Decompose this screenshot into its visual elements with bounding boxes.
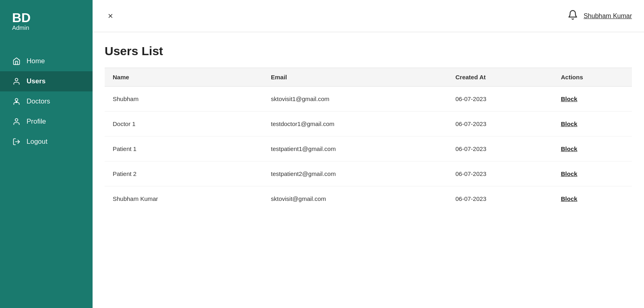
topbar-left: × [105, 9, 116, 23]
cell-name: Shubham [105, 87, 263, 112]
col-header-name: Name [105, 68, 263, 87]
cell-email: testpatient2@gmail.com [263, 161, 448, 186]
sidebar: BD Admin Home Users [0, 0, 93, 308]
user-icon [12, 77, 21, 86]
cell-name: Doctor 1 [105, 112, 263, 136]
block-button[interactable]: Block [561, 95, 578, 102]
cell-email: sktovisit1@gmail.com [263, 87, 448, 112]
table-row: Doctor 1 testdoctor1@gmail.com 06-07-202… [105, 112, 632, 136]
svg-point-1 [15, 99, 18, 101]
cell-email: sktovisit@gmail.com [263, 186, 448, 211]
sidebar-item-users-label: Users [27, 77, 45, 85]
sidebar-nav: Home Users Doctors [0, 51, 93, 152]
sidebar-item-profile[interactable]: Profile [0, 112, 93, 132]
block-button[interactable]: Block [561, 195, 578, 202]
cell-actions: Block [553, 186, 632, 211]
page-title: Users List [105, 44, 632, 58]
cell-actions: Block [553, 161, 632, 186]
cell-created-at: 06-07-2023 [448, 161, 553, 186]
doctor-icon [12, 97, 21, 106]
sidebar-item-logout-label: Logout [27, 138, 47, 146]
col-header-email: Email [263, 68, 448, 87]
sidebar-item-home-label: Home [27, 57, 45, 65]
table-row: Patient 2 testpatient2@gmail.com 06-07-2… [105, 161, 632, 186]
cell-actions: Block [553, 87, 632, 112]
topbar: × Shubham Kumar [93, 0, 644, 32]
cell-email: testdoctor1@gmail.com [263, 112, 448, 136]
sidebar-item-users[interactable]: Users [0, 71, 93, 91]
block-button[interactable]: Block [561, 170, 578, 177]
cell-created-at: 06-07-2023 [448, 87, 553, 112]
logo-sub: Admin [12, 24, 80, 31]
sidebar-item-logout[interactable]: Logout [0, 132, 93, 152]
cell-actions: Block [553, 136, 632, 161]
cell-name: Patient 2 [105, 161, 263, 186]
table-row: Patient 1 testpatient1@gmail.com 06-07-2… [105, 136, 632, 161]
col-header-actions: Actions [553, 68, 632, 87]
notification-icon[interactable] [568, 10, 578, 23]
content-area: Users List Name Email Created At Actions… [93, 32, 644, 308]
sidebar-item-home[interactable]: Home [0, 51, 93, 71]
cell-created-at: 06-07-2023 [448, 136, 553, 161]
table-body: Shubham sktovisit1@gmail.com 06-07-2023 … [105, 87, 632, 211]
profile-icon [12, 117, 21, 126]
block-button[interactable]: Block [561, 145, 578, 152]
logout-icon [12, 137, 21, 146]
users-table: Name Email Created At Actions Shubham sk… [105, 68, 632, 211]
main-content: × Shubham Kumar Users List Name Email Cr… [93, 0, 644, 308]
cell-email: testpatient1@gmail.com [263, 136, 448, 161]
cell-name: Patient 1 [105, 136, 263, 161]
home-icon [12, 57, 21, 66]
block-button[interactable]: Block [561, 120, 578, 127]
table-row: Shubham Kumar sktovisit@gmail.com 06-07-… [105, 186, 632, 211]
topbar-right: Shubham Kumar [568, 10, 632, 23]
svg-point-4 [15, 119, 18, 122]
sidebar-item-doctors[interactable]: Doctors [0, 91, 93, 112]
close-button[interactable]: × [105, 9, 116, 23]
cell-created-at: 06-07-2023 [448, 186, 553, 211]
cell-created-at: 06-07-2023 [448, 112, 553, 136]
table-row: Shubham sktovisit1@gmail.com 06-07-2023 … [105, 87, 632, 112]
cell-actions: Block [553, 112, 632, 136]
sidebar-item-profile-label: Profile [27, 118, 46, 126]
logo-text: BD [12, 11, 80, 24]
table-header: Name Email Created At Actions [105, 68, 632, 87]
sidebar-item-doctors-label: Doctors [27, 97, 50, 105]
user-name[interactable]: Shubham Kumar [584, 12, 632, 20]
col-header-created: Created At [448, 68, 553, 87]
cell-name: Shubham Kumar [105, 186, 263, 211]
sidebar-logo: BD Admin [0, 0, 93, 39]
svg-point-0 [15, 79, 18, 81]
